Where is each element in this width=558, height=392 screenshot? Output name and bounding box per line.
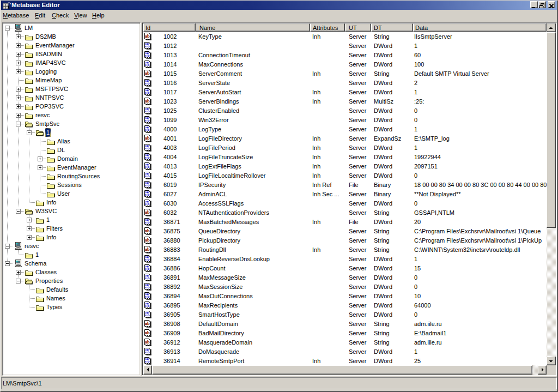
svg-text:ab: ab <box>145 33 150 39</box>
svg-text:ab: ab <box>145 321 150 326</box>
svg-text:ab: ab <box>145 209 150 215</box>
svg-text:ab: ab <box>145 70 150 76</box>
svg-text:ab: ab <box>145 135 150 141</box>
svg-text:ab: ab <box>145 237 150 243</box>
svg-text:ab: ab <box>145 330 150 335</box>
svg-text:ab: ab <box>145 246 150 252</box>
svg-text:ab: ab <box>145 228 150 233</box>
svg-text:ab: ab <box>145 339 150 345</box>
svg-text:ab: ab <box>145 98 150 104</box>
